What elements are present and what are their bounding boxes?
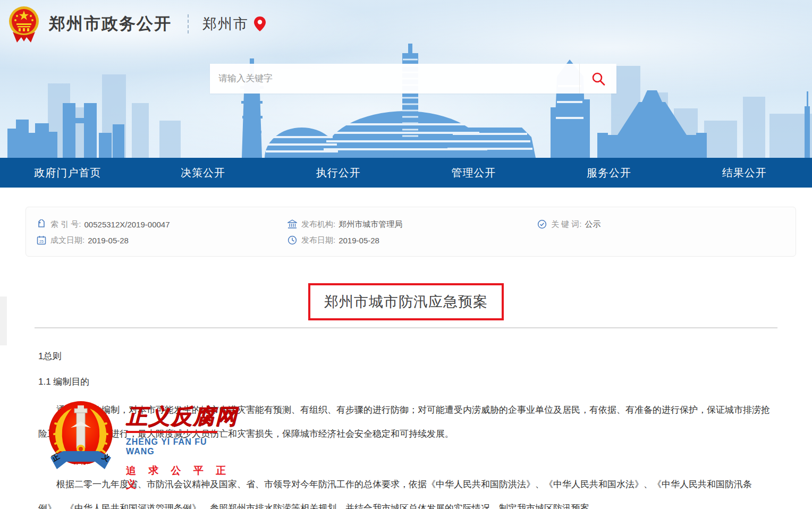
meta-keyword-value: 公示 (585, 219, 601, 230)
meta-agency: 发布机构: 郑州市城市管理局 (287, 216, 537, 232)
search-input[interactable] (210, 64, 579, 94)
calendar-icon: 25 (37, 235, 46, 245)
nav-item-decision[interactable]: 决策公开 (136, 158, 271, 188)
city-name-label: 郑州市 (202, 14, 249, 33)
nav-item-execution[interactable]: 执行公开 (270, 158, 406, 188)
search-icon (591, 72, 605, 86)
section-heading-1-1: 1.1 编制目的 (38, 370, 774, 394)
meta-keyword: 关 键 词: 公示 (537, 216, 796, 232)
site-title: 郑州市政务公开 (49, 13, 172, 35)
city-selector[interactable]: 郑州市 (202, 14, 266, 33)
brand-separator (188, 14, 189, 33)
section-heading-1: 1总则 (38, 344, 774, 368)
paragraph-basis: 根据二零一九年度省、市防汛会议精神及国家、省、市领导对今年防汛工作的总体要求，依… (38, 472, 774, 509)
search-button[interactable] (579, 64, 616, 94)
meta-date-written-value: 2019-05-28 (88, 236, 129, 245)
nav-item-home[interactable]: 政府门户首页 (0, 158, 136, 188)
shield-check-icon (537, 219, 547, 229)
header-banner: 郑州市政务公开 郑州市 (0, 0, 812, 158)
left-edge-strip (0, 296, 7, 345)
svg-text:25: 25 (39, 240, 44, 243)
tag-icon (37, 219, 46, 229)
nav-item-management[interactable]: 管理公开 (406, 158, 542, 188)
main-nav: 政府门户首页 决策公开 执行公开 管理公开 服务公开 结果公开 (0, 158, 812, 188)
meta-index-value: 00525312X/2019-00047 (84, 220, 170, 229)
government-building-icon (287, 219, 297, 229)
national-emblem-logo (7, 5, 40, 43)
nav-item-result[interactable]: 结果公开 (676, 158, 812, 188)
meta-date-written-label: 成文日期: (50, 235, 84, 245)
title-area: 郑州市城市防汛应急预案 (0, 283, 812, 320)
article-body: 1总则 1.1 编制目的 通过预案的编制，对本市可能发生的城市内涝灾害能有预测、… (0, 344, 812, 509)
meta-date-pub-value: 2019-05-28 (339, 236, 379, 245)
document-meta-card: 索 引 号: 00525312X/2019-00047 发布机构: 郑州市城市管… (26, 207, 796, 257)
meta-date-pub: 发布日期: 2019-05-28 (287, 232, 537, 248)
meta-empty-cell (537, 232, 796, 248)
city-skyline-illustration (0, 44, 812, 158)
clock-icon (287, 235, 297, 245)
nav-item-service[interactable]: 服务公开 (542, 158, 677, 188)
meta-keyword-label: 关 键 词: (551, 219, 582, 230)
location-pin-icon (254, 16, 266, 31)
search-bar (210, 64, 616, 94)
page-title: 郑州市城市防汛应急预案 (324, 292, 488, 311)
meta-index: 索 引 号: 00525312X/2019-00047 (37, 216, 287, 232)
meta-agency-value: 郑州市城市管理局 (339, 219, 402, 230)
title-highlight-box: 郑州市城市防汛应急预案 (308, 283, 504, 320)
meta-index-label: 索 引 号: (50, 219, 81, 230)
meta-date-pub-label: 发布日期: (301, 235, 335, 245)
meta-date-written: 25 成文日期: 2019-05-28 (37, 232, 287, 248)
meta-agency-label: 发布机构: (301, 219, 335, 230)
brand-area: 郑州市政务公开 郑州市 (7, 4, 266, 44)
paragraph-purpose: 通过预案的编制，对本市可能发生的城市内涝灾害能有预测、有组织、有步骤的进行防御；… (38, 398, 774, 446)
title-divider (35, 327, 777, 328)
